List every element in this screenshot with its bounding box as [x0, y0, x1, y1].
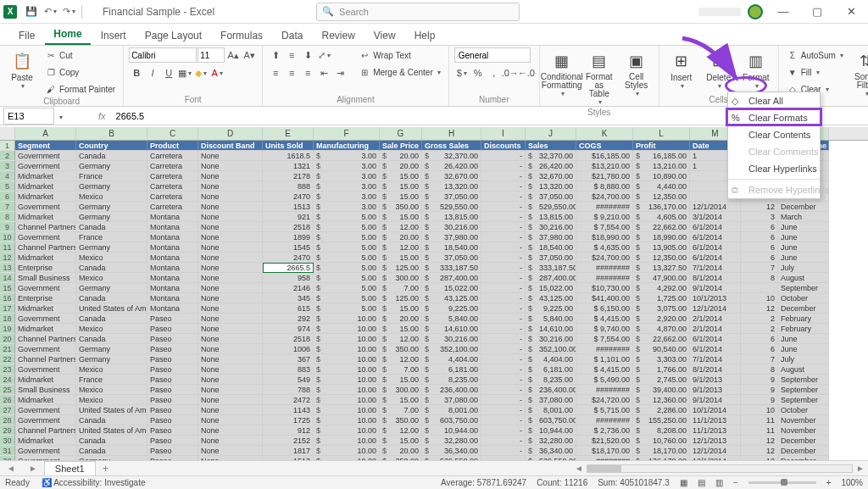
- cell[interactable]: Segment: [15, 141, 76, 151]
- cell[interactable]: 32,280.00: [422, 436, 481, 446]
- cell[interactable]: December: [778, 303, 829, 314]
- cell[interactable]: 10.00: [314, 334, 380, 344]
- cell[interactable]: 6,181.00: [422, 364, 481, 375]
- conditional-formatting-button[interactable]: ▦Conditional Formatting: [545, 47, 579, 99]
- cell[interactable]: Montana: [147, 303, 198, 314]
- row-header[interactable]: 15: [0, 283, 15, 293]
- merge-center-button[interactable]: ⊞Merge & Center: [356, 64, 443, 80]
- cell[interactable]: 136,170.00: [633, 202, 690, 212]
- align-right-button[interactable]: ≡: [300, 65, 315, 81]
- row-header[interactable]: 28: [0, 415, 15, 425]
- cell[interactable]: 43,125.00: [526, 293, 576, 303]
- column-header[interactable]: K: [576, 127, 633, 140]
- cell[interactable]: Paseo: [147, 395, 198, 405]
- cell[interactable]: $41,400.00: [576, 293, 633, 303]
- cell[interactable]: None: [198, 253, 263, 263]
- format-cells-button[interactable]: ▥Format: [739, 47, 773, 92]
- cell[interactable]: 7.00: [380, 364, 422, 375]
- cell[interactable]: Paseo: [147, 354, 198, 364]
- cell[interactable]: 300.00: [380, 385, 422, 395]
- cell[interactable]: Montana: [147, 212, 198, 222]
- cell[interactable]: Mexico: [76, 395, 147, 405]
- paste-button[interactable]: 📋 Paste: [5, 47, 39, 92]
- cell[interactable]: 5.00: [314, 222, 380, 232]
- cell[interactable]: 5.00: [314, 283, 380, 293]
- cell[interactable]: Montana: [147, 253, 198, 263]
- cell[interactable]: 2518: [263, 334, 314, 344]
- cell[interactable]: June: [778, 242, 829, 253]
- cell[interactable]: France: [76, 171, 147, 181]
- cell[interactable]: None: [198, 344, 263, 354]
- cell[interactable]: None: [198, 263, 263, 273]
- cell[interactable]: 5,840.00: [526, 314, 576, 324]
- row-header[interactable]: 29: [0, 425, 15, 436]
- fill-button[interactable]: ▼Fill: [784, 64, 846, 80]
- cell[interactable]: 15.00: [380, 181, 422, 192]
- cell[interactable]: Midmarket: [15, 303, 76, 314]
- cell[interactable]: August: [778, 273, 829, 283]
- cell[interactable]: 30,216.00: [422, 222, 481, 232]
- cell[interactable]: 47,900.00: [633, 273, 690, 283]
- column-header[interactable]: D: [198, 127, 263, 140]
- fx-icon[interactable]: fx: [98, 111, 106, 121]
- cell[interactable]: 12: [741, 202, 778, 212]
- column-header[interactable]: H: [422, 127, 481, 140]
- name-box[interactable]: [3, 108, 54, 125]
- cell[interactable]: 1817: [263, 446, 314, 456]
- italic-button[interactable]: I: [145, 65, 160, 81]
- cell[interactable]: Canada: [76, 446, 147, 456]
- cell[interactable]: 603,750.00: [422, 415, 481, 425]
- cell[interactable]: Midmarket: [15, 253, 76, 263]
- cell[interactable]: 22,662.00: [633, 222, 690, 232]
- cell[interactable]: $ 7,554.00: [576, 334, 633, 344]
- cell[interactable]: 2472: [263, 395, 314, 405]
- cell[interactable]: 37,050.00: [526, 253, 576, 263]
- cell[interactable]: 6: [741, 253, 778, 263]
- tab-formulas[interactable]: Formulas: [212, 26, 271, 45]
- cell[interactable]: 37,050.00: [422, 253, 481, 263]
- cell[interactable]: 10,944.00: [422, 425, 481, 436]
- cell[interactable]: None: [198, 446, 263, 456]
- cell[interactable]: 5.00: [314, 253, 380, 263]
- cell[interactable]: 10.00: [314, 436, 380, 446]
- cell[interactable]: 30,216.00: [526, 222, 576, 232]
- cell[interactable]: None: [198, 293, 263, 303]
- cell[interactable]: None: [198, 151, 263, 161]
- cell[interactable]: 883: [263, 364, 314, 375]
- cell[interactable]: None: [198, 161, 263, 171]
- cell[interactable]: Government: [15, 232, 76, 242]
- dec-inc-button[interactable]: .0→: [503, 65, 518, 81]
- column-header[interactable]: I: [481, 127, 526, 140]
- cell[interactable]: 20.00: [380, 232, 422, 242]
- cell[interactable]: -: [481, 364, 526, 375]
- cell[interactable]: February: [778, 314, 829, 324]
- cell[interactable]: 236,400.00: [526, 385, 576, 395]
- cell[interactable]: -: [481, 283, 526, 293]
- cell[interactable]: Channel Partners: [15, 425, 76, 436]
- cell[interactable]: 32,670.00: [422, 171, 481, 181]
- column-header[interactable]: E: [263, 127, 314, 140]
- cell[interactable]: ########: [576, 385, 633, 395]
- cell[interactable]: -: [481, 273, 526, 283]
- cell[interactable]: Canada: [76, 314, 147, 324]
- cell[interactable]: Canada: [76, 263, 147, 273]
- align-top-button[interactable]: ⬆: [268, 47, 283, 63]
- cell[interactable]: -: [481, 181, 526, 192]
- cell[interactable]: $21,780.00: [576, 171, 633, 181]
- cell[interactable]: Carretera: [147, 181, 198, 192]
- cell[interactable]: -: [481, 171, 526, 181]
- cell[interactable]: 2146: [263, 283, 314, 293]
- cell[interactable]: 2,920.00: [633, 314, 690, 324]
- view-break-button[interactable]: ▥: [715, 478, 723, 487]
- cell[interactable]: -: [481, 344, 526, 354]
- undo-icon[interactable]: ↶: [41, 3, 59, 21]
- cell[interactable]: 8,001.00: [526, 405, 576, 415]
- cell[interactable]: -: [481, 303, 526, 314]
- cell[interactable]: -: [481, 334, 526, 344]
- cell[interactable]: Channel Partners: [15, 354, 76, 364]
- delete-cells-button[interactable]: ⊟Delete: [702, 47, 736, 92]
- cell[interactable]: 30,216.00: [422, 334, 481, 344]
- cell[interactable]: Government: [15, 415, 76, 425]
- view-page-button[interactable]: ▤: [698, 478, 705, 487]
- cell[interactable]: -: [481, 314, 526, 324]
